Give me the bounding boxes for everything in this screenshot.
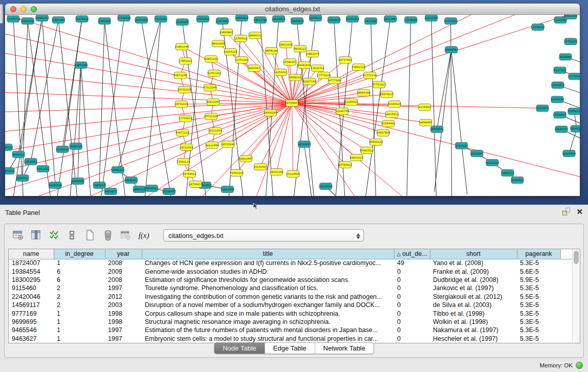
network-node[interactable]: 32160124 bbox=[387, 101, 401, 107]
network-node[interactable]: 16150447 bbox=[162, 188, 176, 194]
network-node[interactable]: 19010447 bbox=[239, 155, 252, 162]
column-header-title[interactable]: title bbox=[142, 249, 394, 259]
table-cell[interactable]: 0 bbox=[394, 293, 430, 301]
close-window-icon[interactable] bbox=[10, 6, 16, 12]
network-node[interactable]: 42751204 bbox=[207, 70, 221, 77]
table-cell[interactable]: Yano et al. (2008) bbox=[430, 259, 517, 267]
table-cell[interactable]: 1998 bbox=[105, 309, 142, 317]
network-node[interactable]: 16261402 bbox=[297, 62, 311, 69]
network-node[interactable]: 77312045 bbox=[203, 84, 216, 91]
table-cell[interactable]: 2 bbox=[54, 301, 105, 309]
table-cell[interactable]: 1 bbox=[54, 335, 105, 343]
function-builder-button[interactable]: f(x) bbox=[137, 229, 150, 242]
tab-network-table[interactable]: Network Table bbox=[315, 343, 374, 354]
network-node[interactable]: 21806510 bbox=[5, 144, 13, 150]
network-node[interactable]: 12160754 bbox=[335, 108, 349, 115]
table-row[interactable]: 946554611997Estimation of the future num… bbox=[9, 326, 573, 334]
network-node[interactable]: 13220701 bbox=[311, 65, 324, 72]
column-header-year[interactable]: year bbox=[105, 249, 142, 259]
table-cell[interactable]: 2003 bbox=[105, 301, 142, 309]
network-node[interactable]: 16409541 bbox=[430, 126, 444, 133]
column-visibility-button[interactable] bbox=[30, 229, 43, 242]
network-node[interactable]: 9046523 bbox=[12, 151, 25, 158]
table-cell[interactable]: 19384554 bbox=[9, 267, 54, 275]
network-node[interactable]: 16948784 bbox=[445, 47, 459, 53]
network-node[interactable]: 61772134 bbox=[363, 72, 377, 79]
network-node[interactable]: 10653287 bbox=[52, 17, 65, 24]
network-node[interactable]: 9150551 bbox=[16, 174, 29, 181]
network-node[interactable]: 12543921 bbox=[215, 18, 229, 25]
table-row[interactable]: 1456911722003Disruption of a novel membe… bbox=[9, 301, 573, 309]
network-node[interactable]: 15751074 bbox=[564, 38, 578, 45]
table-cell[interactable]: 2008 bbox=[105, 276, 142, 284]
network-node[interactable]: 15692371 bbox=[555, 126, 568, 133]
network-node[interactable]: 7513251 bbox=[155, 16, 167, 23]
network-node[interactable]: 8601205 bbox=[212, 40, 224, 47]
table-cell[interactable]: 2008 bbox=[105, 259, 142, 267]
network-node[interactable]: 16734415 bbox=[189, 181, 202, 187]
network-node[interactable]: 30112450 bbox=[205, 142, 219, 148]
table-row[interactable]: 969969511998Structural magnetic resonanc… bbox=[9, 318, 573, 326]
network-node[interactable]: 16150540 bbox=[49, 182, 62, 188]
network-node[interactable]: 9777169 bbox=[329, 77, 341, 84]
table-cell[interactable]: 14569117 bbox=[9, 301, 54, 309]
table-cell[interactable]: 0 bbox=[394, 318, 430, 326]
table-row[interactable]: 911546021997Tourette syndrome. Phenomeno… bbox=[9, 284, 573, 292]
network-node[interactable]: 12751024 bbox=[235, 57, 249, 63]
network-canvas[interactable]: 2405572420691406183812531065328715276021… bbox=[5, 15, 580, 196]
network-node[interactable]: 26711024 bbox=[208, 127, 222, 134]
create-column-button[interactable] bbox=[83, 229, 97, 242]
row-height-button[interactable] bbox=[66, 229, 79, 242]
table-cell[interactable]: 5.3E-5 bbox=[517, 284, 560, 292]
network-node[interactable]: 10719195 bbox=[117, 15, 130, 21]
table-cell[interactable]: 5.6E-5 bbox=[517, 267, 560, 275]
table-cell[interactable]: de Silva et al. (2003) bbox=[430, 301, 517, 309]
network-node[interactable]: 8905616 bbox=[5, 167, 14, 174]
table-cell[interactable]: Structural magnetic resonance image aver… bbox=[142, 318, 394, 326]
table-cell[interactable]: 0 bbox=[394, 326, 430, 334]
network-node[interactable]: 18715240 bbox=[221, 141, 234, 147]
table-cell[interactable]: 1997 bbox=[105, 284, 142, 292]
network-node[interactable]: 10674215 bbox=[380, 91, 393, 98]
network-node[interactable]: 5051812 bbox=[37, 165, 49, 172]
table-row[interactable]: 977716911998Corpus callosum shape and si… bbox=[9, 309, 573, 317]
network-node[interactable]: 6791920 bbox=[455, 142, 468, 149]
network-node[interactable]: 19611792 bbox=[253, 17, 267, 24]
table-mode-button[interactable] bbox=[12, 229, 25, 242]
network-node[interactable]: 30671245 bbox=[173, 72, 187, 79]
network-node[interactable]: 16671385 bbox=[135, 17, 148, 24]
table-cell[interactable]: Genome-wide association studies in ADHD. bbox=[142, 267, 394, 275]
network-node[interactable]: 14957506 bbox=[376, 129, 389, 136]
network-node[interactable]: 11543219 bbox=[290, 18, 303, 25]
network-node[interactable]: 15905121 bbox=[69, 143, 82, 149]
network-node[interactable]: 18128504 bbox=[319, 183, 333, 189]
network-node[interactable]: 10553287 bbox=[327, 17, 340, 24]
network-node[interactable]: 80996123 bbox=[369, 139, 382, 145]
network-node[interactable]: 8850414 bbox=[133, 186, 145, 192]
scrollbar-thumb[interactable] bbox=[574, 251, 579, 264]
network-node[interactable]: 6466162 bbox=[98, 18, 111, 25]
table-cell[interactable]: Tibbo et al. (1998) bbox=[430, 309, 517, 317]
network-node[interactable]: 10465121 bbox=[111, 166, 124, 173]
table-row[interactable]: 1830029562008Estimation of significance … bbox=[9, 276, 573, 284]
table-row[interactable]: 1938455462009Genome-wide association stu… bbox=[9, 267, 573, 275]
table-cell[interactable]: 9699695 bbox=[9, 318, 54, 326]
network-node[interactable]: 9618121 bbox=[294, 46, 307, 52]
tab-node-table[interactable]: Node Table bbox=[214, 343, 265, 354]
table-cell[interactable]: 6 bbox=[54, 267, 105, 275]
network-node[interactable]: 10945122 bbox=[501, 169, 514, 176]
network-node[interactable]: 12852104 bbox=[204, 56, 218, 62]
network-node[interactable]: 16640910 bbox=[235, 15, 248, 21]
network-node[interactable]: 16191204 bbox=[486, 159, 499, 166]
network-node[interactable]: 10737403 bbox=[444, 18, 458, 25]
network-node[interactable]: 9329966 bbox=[559, 54, 572, 60]
network-node[interactable]: 24055724 bbox=[7, 16, 20, 23]
table-cell[interactable]: 5.3E-5 bbox=[517, 301, 560, 309]
network-node[interactable]: 15911253 bbox=[564, 15, 577, 19]
network-node[interactable]: 9658196 bbox=[265, 48, 277, 54]
table-row[interactable]: 2242004622012Investigating the contribut… bbox=[9, 293, 573, 301]
network-node[interactable]: 74850124 bbox=[352, 64, 365, 71]
network-node[interactable]: 12217987 bbox=[425, 15, 438, 21]
table-cell[interactable]: 5.3E-5 bbox=[517, 326, 560, 334]
network-node[interactable]: 9658123 bbox=[310, 15, 322, 21]
